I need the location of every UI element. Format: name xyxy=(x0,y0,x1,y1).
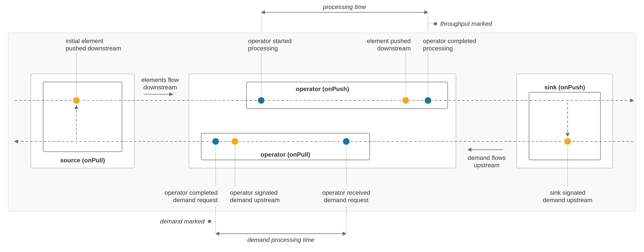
dot-op-recv-demand xyxy=(342,138,350,145)
svg-text:demand upstream: demand upstream xyxy=(230,197,280,204)
svg-text:demand request: demand request xyxy=(324,197,368,204)
svg-text:demand request: demand request xyxy=(173,197,218,204)
svg-text:demand upstream: demand upstream xyxy=(543,197,592,204)
svg-text:processing time: processing time xyxy=(323,3,366,10)
svg-text:element pushed: element pushed xyxy=(367,37,411,44)
svg-text:initial element: initial element xyxy=(66,37,104,44)
source-title: source (onPull) xyxy=(60,157,105,164)
dot-sink-sig-demand xyxy=(564,138,571,145)
svg-text:demand flows: demand flows xyxy=(468,154,506,161)
svg-text:downstream: downstream xyxy=(143,84,177,91)
throughput-marked: throughput marked xyxy=(428,20,492,27)
demand-marked: demand marked xyxy=(160,218,216,225)
svg-text:operator signaled: operator signaled xyxy=(230,189,278,196)
svg-rect-4 xyxy=(529,92,600,160)
stream-diagram: source (onPull) operator (onPush) operat… xyxy=(0,0,644,252)
sink-title: sink (onPush) xyxy=(544,84,585,91)
demand-processing-time-metric: demand processing time xyxy=(216,207,346,243)
svg-text:processing: processing xyxy=(248,45,278,52)
source-stage: source (onPull) xyxy=(31,74,134,168)
svg-text:processing: processing xyxy=(423,45,453,52)
svg-text:operator completed: operator completed xyxy=(423,37,476,44)
svg-text:demand marked: demand marked xyxy=(160,218,205,225)
processing-time-metric: processing time xyxy=(261,3,428,31)
svg-text:pushed downstream: pushed downstream xyxy=(66,45,121,52)
dot-op-completed xyxy=(424,97,432,104)
svg-text:upstream: upstream xyxy=(474,162,500,169)
svg-text:elements flow: elements flow xyxy=(141,76,179,83)
svg-point-40 xyxy=(434,22,437,25)
svg-text:throughput marked: throughput marked xyxy=(440,20,492,27)
operator-stage: operator (onPush) operator (onPull) xyxy=(189,74,456,168)
dot-op-started xyxy=(258,97,265,104)
svg-text:demand processing time: demand processing time xyxy=(248,236,314,243)
operator-onpush-title: operator (onPush) xyxy=(296,85,349,92)
svg-text:operator completed: operator completed xyxy=(164,189,218,196)
svg-text:operator started: operator started xyxy=(248,37,292,44)
sink-stage: sink (onPush) xyxy=(517,74,613,168)
svg-text:sink signaled: sink signaled xyxy=(550,189,586,196)
svg-point-47 xyxy=(208,220,211,223)
svg-text:operator received: operator received xyxy=(322,189,370,196)
dot-elem-pushed xyxy=(402,97,410,104)
svg-text:downstream: downstream xyxy=(377,45,411,52)
operator-onpull-title: operator (onPull) xyxy=(261,151,310,158)
dot-op-comp-demand xyxy=(212,138,219,145)
dot-op-sig-demand xyxy=(231,138,239,145)
dot-source-push xyxy=(73,97,80,104)
